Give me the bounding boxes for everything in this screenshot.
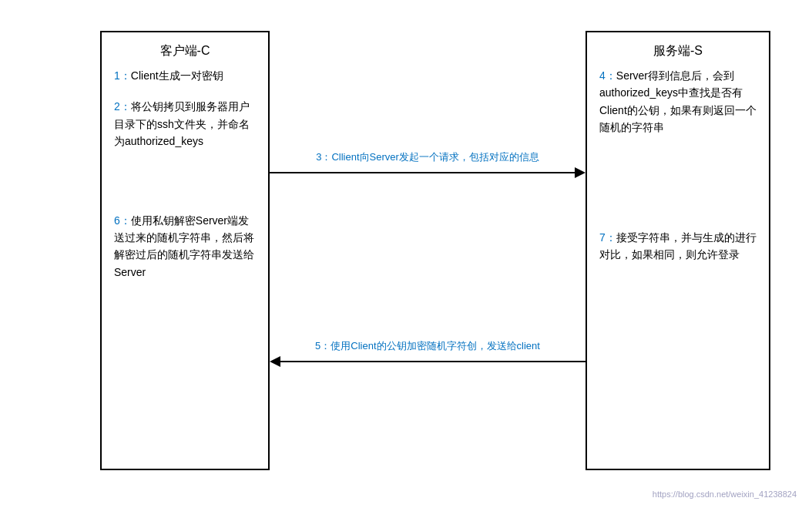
- server-step4-label: 4：: [599, 69, 616, 82]
- arrow-3-line: [270, 167, 586, 178]
- client-box: 客户端-C 1：Client生成一对密钥 2：将公钥拷贝到服务器用户目录下的ss…: [100, 31, 270, 470]
- client-step6-label: 6：: [114, 214, 131, 227]
- arrow-5-line-body: [280, 361, 586, 362]
- client-step6-text: 使用私钥解密Server端发送过来的随机字符串，然后将解密过后的随机字符串发送给…: [114, 214, 254, 278]
- server-box: 服务端-S 4：Server得到信息后，会到authorized_keys中查找…: [586, 31, 770, 470]
- server-step7: 7：接受字符串，并与生成的进行对比，如果相同，则允许登录: [599, 229, 757, 264]
- client-step1-text: Client生成一对密钥: [131, 69, 223, 82]
- client-step1: 1：Client生成一对密钥: [114, 67, 256, 84]
- server-step4: 4：Server得到信息后，会到authorized_keys中查找是否有Cli…: [599, 67, 757, 136]
- client-step1-label: 1：: [114, 69, 131, 82]
- client-step6: 6：使用私钥解密Server端发送过来的随机字符串，然后将解密过后的随机字符串发…: [114, 212, 256, 281]
- diagram-container: 客户端-C 1：Client生成一对密钥 2：将公钥拷贝到服务器用户目录下的ss…: [0, 0, 812, 508]
- client-box-content: 1：Client生成一对密钥 2：将公钥拷贝到服务器用户目录下的ssh文件夹，并…: [102, 67, 268, 281]
- arrow-3-line-body: [270, 172, 575, 173]
- arrow-3-label: 3：Cllient向Server发起一个请求，包括对应的信息: [316, 150, 539, 164]
- server-step7-text: 接受字符串，并与生成的进行对比，如果相同，则允许登录: [599, 231, 757, 261]
- watermark: https://blog.csdn.net/weixin_41238824: [653, 489, 797, 499]
- arrow-3-head: [575, 167, 586, 178]
- server-step4-text: Server得到信息后，会到authorized_keys中查找是否有Clien…: [599, 69, 757, 133]
- arrow-5: 5：使用Client的公钥加密随机字符创，发送给client: [270, 339, 586, 367]
- arrow-3: 3：Cllient向Server发起一个请求，包括对应的信息: [270, 150, 586, 178]
- arrows-area: 3：Cllient向Server发起一个请求，包括对应的信息 5：使用Clien…: [270, 31, 586, 470]
- client-box-title: 客户端-C: [102, 43, 268, 59]
- client-step2: 2：将公钥拷贝到服务器用户目录下的ssh文件夹，并命名为authorized_k…: [114, 98, 256, 150]
- server-box-title: 服务端-S: [587, 43, 769, 59]
- client-step2-text: 将公钥拷贝到服务器用户目录下的ssh文件夹，并命名为authorized_key…: [114, 100, 250, 147]
- arrow-5-label: 5：使用Client的公钥加密随机字符创，发送给client: [315, 339, 540, 353]
- arrow-5-line: [270, 356, 586, 367]
- client-step2-label: 2：: [114, 100, 131, 113]
- arrow-5-head: [270, 356, 280, 367]
- server-step7-label: 7：: [599, 231, 616, 244]
- server-box-content: 4：Server得到信息后，会到authorized_keys中查找是否有Cli…: [587, 67, 769, 263]
